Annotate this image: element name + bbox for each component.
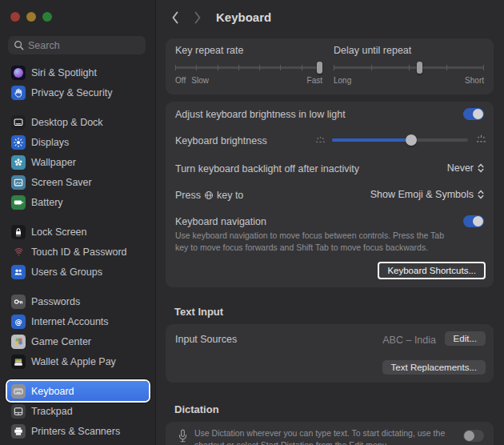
passwords-key-icon bbox=[11, 295, 26, 309]
keyboard-brightness-slider[interactable] bbox=[332, 138, 468, 142]
search-placeholder: Search bbox=[28, 40, 60, 51]
wallet-icon bbox=[11, 355, 26, 369]
scale-label-off: Off bbox=[175, 76, 186, 85]
privacy-hand-icon bbox=[11, 86, 26, 100]
scale-label-short: Short bbox=[465, 76, 484, 85]
sidebar-item-passwords[interactable]: Passwords bbox=[7, 291, 149, 311]
delay-until-repeat-slider[interactable] bbox=[334, 61, 484, 74]
sidebar-item-label: Lock Screen bbox=[31, 227, 86, 238]
dictation-toggle[interactable] bbox=[463, 430, 484, 442]
key-repeat-rate-thumb[interactable] bbox=[317, 62, 322, 74]
forward-button[interactable] bbox=[190, 10, 205, 25]
sidebar-item-label: Privacy & Security bbox=[31, 87, 112, 98]
sidebar-item-privacy-security[interactable]: Privacy & Security bbox=[7, 82, 149, 102]
keyboard-navigation-toggle[interactable] bbox=[463, 215, 484, 227]
svg-text:@: @ bbox=[14, 317, 22, 326]
page-title: Keyboard bbox=[216, 10, 271, 24]
text-input-card: Input Sources ABC – India Edit... Text R… bbox=[166, 324, 494, 383]
low-light-toggle[interactable] bbox=[463, 108, 484, 120]
key-repeat-rate-group: Key repeat rate Off Slow Fast bbox=[175, 38, 322, 94]
sidebar: Search Siri & Spotlight Privacy & Securi… bbox=[0, 0, 156, 445]
backlight-off-value: Never bbox=[447, 162, 474, 174]
updown-chevron-icon bbox=[478, 190, 484, 199]
window-controls bbox=[10, 12, 52, 22]
globe-key-value: Show Emoji & Symbols bbox=[370, 189, 474, 200]
backlight-off-label: Turn keyboard backlight off after inacti… bbox=[175, 163, 359, 174]
sidebar-item-users-groups[interactable]: Users & Groups bbox=[7, 262, 149, 282]
backlight-off-dropdown[interactable]: Never bbox=[447, 162, 484, 174]
zoom-button[interactable] bbox=[42, 12, 52, 22]
close-button[interactable] bbox=[10, 12, 20, 22]
globe-key-label: Press key to bbox=[175, 190, 243, 201]
lock-icon bbox=[11, 225, 26, 239]
globe-key-suffix: key to bbox=[217, 190, 243, 201]
text-replacements-button[interactable]: Text Replacements... bbox=[382, 360, 486, 375]
sidebar-item-printers-scanners[interactable]: Printers & Scanners bbox=[7, 421, 149, 441]
sidebar-item-game-center[interactable]: Game Center bbox=[7, 331, 149, 351]
sidebar-item-label: Screen Saver bbox=[31, 177, 92, 188]
sidebar-item-label: Trackpad bbox=[31, 406, 73, 417]
delay-until-repeat-group: Delay until repeat Long Short bbox=[334, 38, 484, 94]
dictation-card: Use Dictation wherever you can type text… bbox=[166, 422, 494, 445]
key-repeat-rate-slider[interactable] bbox=[175, 61, 322, 74]
sidebar-item-displays[interactable]: Displays bbox=[7, 132, 149, 152]
updown-chevron-icon bbox=[478, 163, 484, 173]
internet-at-icon: @ bbox=[11, 315, 26, 329]
sidebar-item-internet-accounts[interactable]: @ Internet Accounts bbox=[7, 311, 149, 331]
sidebar-nav: Siri & Spotlight Privacy & Security Desk… bbox=[0, 62, 156, 445]
sidebar-item-lock-screen[interactable]: Lock Screen bbox=[7, 222, 149, 242]
battery-icon bbox=[11, 195, 26, 210]
microphone-icon bbox=[177, 428, 189, 444]
input-sources-label: Input Sources bbox=[175, 334, 237, 345]
sidebar-item-desktop-dock[interactable]: Desktop & Dock bbox=[7, 112, 149, 132]
desktop-dock-icon bbox=[11, 115, 26, 130]
sidebar-item-wallpaper[interactable]: Wallpaper bbox=[7, 152, 149, 172]
sidebar-item-touch-id[interactable]: Touch ID & Password bbox=[7, 242, 149, 262]
sidebar-item-label: Battery bbox=[31, 197, 63, 208]
sidebar-item-label: Displays bbox=[31, 137, 69, 148]
sidebar-item-label: Keyboard bbox=[31, 386, 74, 397]
users-groups-icon bbox=[11, 265, 26, 279]
sidebar-item-label: Siri & Spotlight bbox=[31, 67, 97, 78]
input-sources-value: ABC – India bbox=[382, 335, 436, 346]
keyboard-brightness-thumb[interactable] bbox=[406, 134, 417, 146]
search-input[interactable]: Search bbox=[8, 36, 146, 54]
globe-icon bbox=[204, 190, 214, 200]
sidebar-item-screen-saver[interactable]: Screen Saver bbox=[7, 172, 149, 192]
sidebar-item-label: Passwords bbox=[31, 296, 80, 307]
sidebar-item-keyboard[interactable]: Keyboard bbox=[7, 381, 149, 401]
globe-key-dropdown[interactable]: Show Emoji & Symbols bbox=[370, 189, 484, 200]
back-chevron-icon bbox=[171, 11, 179, 24]
delay-until-repeat-thumb[interactable] bbox=[417, 62, 422, 74]
delay-until-repeat-label: Delay until repeat bbox=[334, 45, 411, 56]
keyboard-shortcuts-button[interactable]: Keyboard Shortcuts... bbox=[378, 262, 486, 279]
sidebar-item-label: Wallet & Apple Pay bbox=[31, 356, 116, 367]
displays-icon bbox=[11, 135, 26, 150]
keyboard-settings-panel: Keyboard Key repeat rate Off Slow Fast D… bbox=[157, 0, 504, 445]
scale-label-long: Long bbox=[334, 76, 351, 85]
sidebar-item-siri-spotlight[interactable]: Siri & Spotlight bbox=[7, 62, 149, 82]
edit-button[interactable]: Edit... bbox=[445, 331, 486, 346]
sidebar-item-trackpad[interactable]: Trackpad bbox=[7, 401, 149, 421]
dictation-section-title: Dictation bbox=[174, 403, 219, 415]
back-button[interactable] bbox=[168, 10, 182, 25]
sidebar-item-label: Desktop & Dock bbox=[31, 117, 103, 128]
minimize-button[interactable] bbox=[26, 12, 36, 22]
repeat-settings-card: Key repeat rate Off Slow Fast Delay unti… bbox=[166, 38, 494, 94]
sidebar-item-label: Internet Accounts bbox=[31, 316, 109, 327]
touch-id-icon bbox=[11, 245, 26, 259]
sidebar-item-wallet[interactable]: Wallet & Apple Pay bbox=[7, 351, 149, 371]
low-light-label: Adjust keyboard brightness in low light bbox=[175, 109, 346, 120]
sidebar-item-battery[interactable]: Battery bbox=[7, 192, 149, 212]
wallpaper-icon bbox=[11, 155, 26, 170]
keyboard-icon bbox=[11, 384, 26, 399]
keyboard-navigation-label: Keyboard navigation bbox=[175, 216, 266, 227]
keyboard-navigation-description: Use keyboard navigation to move focus be… bbox=[175, 230, 451, 253]
sidebar-item-label: Wallpaper bbox=[31, 157, 76, 168]
system-settings-window: { "window": { "controls": ["close", "min… bbox=[0, 0, 504, 445]
globe-key-prefix: Press bbox=[175, 190, 201, 201]
sidebar-item-label: Users & Groups bbox=[31, 267, 102, 278]
key-repeat-rate-label: Key repeat rate bbox=[175, 45, 243, 56]
game-center-icon bbox=[11, 335, 26, 349]
brightness-dim-icon bbox=[314, 134, 326, 145]
